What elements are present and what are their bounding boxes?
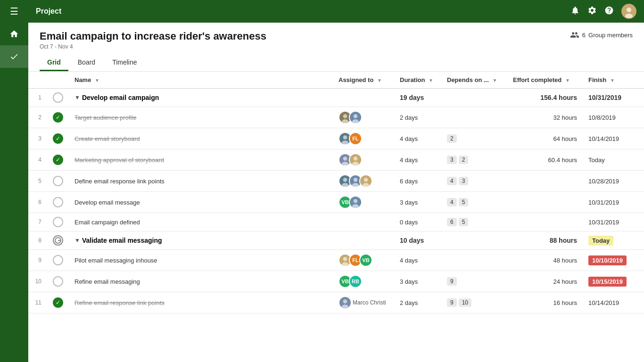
svg-point-13 [343,156,347,161]
finish-date: Today [583,149,644,171]
table-row[interactable]: 11✓Refine email response link pointsMarc… [28,292,644,313]
avatar: VB [359,254,372,267]
check-circle[interactable] [53,235,63,246]
check-circle[interactable]: ✓ [53,133,63,144]
svg-point-26 [363,183,369,187]
group-members[interactable]: 6 Group members [570,30,633,40]
task-name[interactable]: Marketing approval of storyboard [69,149,333,171]
assigned-to: VB [333,192,394,213]
effort-value: 60.4 hours [548,156,577,164]
settings-icon[interactable] [587,6,597,17]
table-row[interactable]: 3✓Create email storyboardFL4 days264 hou… [28,128,644,149]
effort-value: 48 hours [553,257,577,264]
col-header-effort[interactable]: Effort completed ▼ [507,72,583,89]
task-name[interactable]: Refine email messaging [69,271,333,292]
task-name[interactable]: Define email response link points [69,171,333,192]
table-row[interactable]: 9Pilot email messaging inhouseFLVB4 days… [28,250,644,271]
check-circle[interactable]: ✓ [53,297,63,308]
table-row[interactable]: 6Develop email messageVB3 days4510/31/20… [28,192,644,213]
col-header-duration[interactable]: Duration ▼ [394,72,441,89]
tab-board[interactable]: Board [70,55,103,71]
row-check[interactable] [47,171,69,192]
sidebar-top: ☰ [0,0,28,23]
check-circle[interactable]: ✓ [53,155,63,165]
task-name[interactable]: ▼Develop email campaign [69,89,333,107]
hamburger-icon[interactable]: ☰ [0,0,28,24]
checkmark-icon[interactable] [0,45,28,68]
table-row[interactable]: 10Refine email messagingVBRB3 days924 ho… [28,271,644,292]
depends-on: 9 [441,271,507,292]
task-name[interactable]: Email campaign defined [69,213,333,231]
task-name[interactable]: Develop email message [69,192,333,213]
check-circle[interactable] [53,217,63,227]
row-check[interactable] [47,250,69,271]
tab-timeline[interactable]: Timeline [105,55,144,71]
assigned-to [333,89,394,107]
table-row[interactable]: 8▼Validate email messaging10 days88 hour… [28,231,644,250]
row-number: 6 [28,192,47,213]
finish-value: 10/31/2019 [588,219,619,226]
table-row[interactable]: 4✓Marketing approval of storyboard4 days… [28,149,644,171]
effort-completed: 156.4 hours [507,89,583,107]
task-name[interactable]: Target audience profile [69,107,333,128]
effort-completed [507,192,583,213]
task-name-text: Validate email messaging [82,237,162,244]
home-icon[interactable] [0,23,28,45]
row-check[interactable] [47,89,69,107]
user-avatar[interactable] [621,4,636,19]
collapse-icon[interactable]: ▼ [74,94,80,101]
row-check[interactable] [47,231,69,250]
collapse-icon[interactable]: ▼ [74,237,80,244]
dependency-badge: 5 [459,198,469,206]
depends-on: 2 [441,128,507,149]
task-name[interactable]: ▼Validate email messaging [69,231,333,250]
check-circle[interactable] [53,176,63,186]
tab-grid[interactable]: Grid [40,55,68,71]
task-name[interactable]: Create email storyboard [69,128,333,149]
task-name-text: Target audience profile [74,114,137,121]
duration: 2 days [394,107,441,128]
effort-value: 64 hours [553,135,577,142]
avatar [349,111,362,124]
svg-point-11 [342,140,348,145]
finish-value: 10/31/2019 [588,199,619,206]
dependency-badge: 3 [447,156,457,164]
check-circle[interactable] [53,276,63,287]
check-circle[interactable] [53,197,63,207]
svg-point-17 [352,162,359,166]
col-header-assigned[interactable]: Assigned to ▼ [333,72,394,89]
task-name[interactable]: Refine email response link points [69,292,333,313]
task-name[interactable]: Pilot email messaging inhouse [69,250,333,271]
check-circle[interactable] [53,92,63,103]
finish-date: 10/10/2019 [583,250,644,271]
table-row[interactable]: 7Email campaign defined0 days6510/31/201… [28,213,644,231]
group-count: 6 [582,32,586,39]
check-circle[interactable]: ✓ [53,112,63,123]
table-row[interactable]: 5Define email response link points6 days… [28,171,644,192]
table-row[interactable]: 1▼Develop email campaign19 days156.4 hou… [28,89,644,107]
col-header-name[interactable]: Name ▼ [69,72,333,89]
help-icon[interactable] [604,6,614,17]
tasks-table: Name ▼ Assigned to ▼ Duration ▼ Depends … [28,72,644,313]
avatar [339,296,352,309]
depends-on [441,107,507,128]
top-bar: Project [28,0,644,23]
row-check[interactable]: ✓ [47,149,69,171]
row-check[interactable] [47,192,69,213]
col-header-finish[interactable]: Finish ▼ [583,72,644,89]
row-check[interactable] [47,213,69,231]
col-header-depends[interactable]: Depends on ... ▼ [441,72,507,89]
check-circle[interactable] [53,255,63,265]
row-check[interactable]: ✓ [47,292,69,313]
svg-point-1 [627,8,631,12]
task-name-text: Create email storyboard [74,135,140,142]
table-container: Name ▼ Assigned to ▼ Duration ▼ Depends … [28,72,644,362]
row-check[interactable]: ✓ [47,128,69,149]
row-check[interactable]: ✓ [47,107,69,128]
row-check[interactable] [47,271,69,292]
duration: 4 days [394,250,441,271]
notification-icon[interactable] [570,6,580,17]
table-row[interactable]: 2✓Target audience profile2 days32 hours1… [28,107,644,128]
row-number: 11 [28,292,47,313]
assigned-to [333,213,394,231]
